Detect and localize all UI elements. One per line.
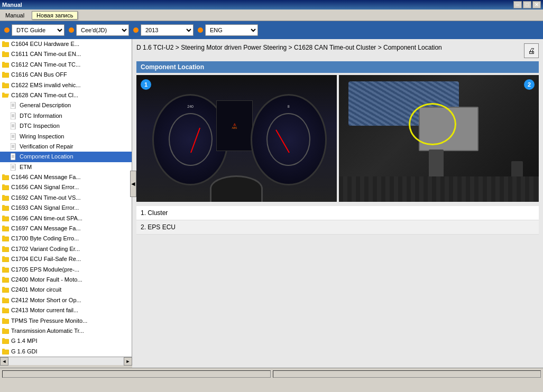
svg-rect-52 [2,195,5,197]
doc-icon [11,164,18,171]
svg-rect-11 [2,72,5,73]
sidebar-item-label: C1646 CAN Message Fa... [11,173,80,181]
toolbar-dot-model [69,27,74,33]
sidebar-item-wiring-inspection[interactable]: Wiring Inspection [0,132,132,142]
eps-image: 2 [339,75,539,202]
sidebar-item-label: C2413 Motor current fail... [11,306,78,314]
sidebar-scroll-bottom: ◄ ► [0,357,132,365]
folder-icon [2,307,10,314]
svg-rect-12 [2,83,9,88]
engine-select[interactable]: ENG [205,24,258,36]
toolbar-dot-year [133,27,139,33]
year-select[interactable]: 2013 [141,24,194,36]
new-record-button[interactable]: Новая запись [32,11,78,20]
folder-icon [2,276,10,284]
sidebar-item-c1702[interactable]: C1702 Variant Coding Er... [0,244,132,254]
svg-rect-3 [2,52,9,57]
sidebar-item-c1612[interactable]: C1612 CAN Time-out TC... [0,60,132,70]
sidebar-item-etm[interactable]: ETM [0,162,132,172]
sidebar-item-c1705[interactable]: C1705 EPS Module(pre-... [0,265,132,275]
sidebar-item-c2413[interactable]: C2413 Motor current fail... [0,305,132,315]
sidebar-item-general-desc[interactable]: General Description [0,100,132,110]
status-panel-left [2,370,271,378]
sidebar-scroll-track[interactable] [8,357,124,365]
doc-icon [11,143,18,151]
svg-rect-61 [2,226,5,227]
sidebar-item-label: C1622 EMS invalid vehic... [11,81,80,89]
sidebar-item-c1700[interactable]: C1700 Byte Coding Erro... [0,234,132,244]
sidebar-item-c1697[interactable]: C1697 CAN Message Fa... [0,223,132,234]
doc-icon [11,123,18,130]
label-eps: 2. EPS ECU [136,220,539,235]
svg-rect-56 [2,217,9,221]
sidebar-item-c1616[interactable]: C1616 CAN Bus OFF [0,70,132,80]
sidebar-item-c1622[interactable]: C1622 EMS invalid vehic... [0,80,132,90]
sidebar-item-g14mpi[interactable]: G 1.4 MPI [0,336,132,346]
sidebar-item-c2412[interactable]: C2412 Motor Short or Op... [0,295,132,305]
sidebar-item-c1611[interactable]: C1611 CAN Time-out EN... [0,49,132,59]
svg-rect-20 [11,113,15,119]
scroll-right-arrow[interactable]: ► [124,357,132,366]
sidebar-item-component-location[interactable]: Component Location [0,152,132,162]
svg-rect-91 [2,328,5,330]
menu-manual[interactable]: Manual [2,11,27,20]
sidebar-item-g16gdi[interactable]: G 1.6 GDI [0,347,132,357]
sidebar-item-dtc-inspection[interactable]: DTC Inspection [0,121,132,131]
sidebar-item-label: C1705 EPS Module(pre-... [11,266,79,274]
sidebar-item-c2401[interactable]: C2401 Motor circuit [0,285,132,295]
svg-rect-97 [2,349,5,350]
svg-rect-67 [2,246,5,248]
model-select[interactable]: Cee'd(JD) [76,24,129,36]
sidebar-item-label: C2400 Motor Fault - Moto... [11,276,82,284]
sidebar-item-c1628[interactable]: C1628 CAN Time-out Cl... [0,90,132,100]
toolbar-dot-engine [198,27,203,33]
sidebar-item-tpms[interactable]: TPMS Tire Pressure Monito... [0,316,132,326]
sidebar-item-label: C2412 Motor Short or Op... [11,296,81,304]
sidebar-item-c1656[interactable]: C1656 CAN Signal Error... [0,182,132,192]
svg-rect-14 [2,82,5,84]
sidebar-item-c1693[interactable]: C1693 CAN Signal Error... [0,203,132,213]
svg-rect-65 [2,247,9,252]
sidebar-item-c1604[interactable]: C1604 ECU Hardware E... [0,39,132,49]
content-header: D 1.6 TCI-U2 > Steering Motor driven Pow… [136,43,539,58]
folder-icon [2,82,10,89]
minimize-button[interactable]: ─ [513,1,522,8]
sidebar-item-transmission[interactable]: Transmission Automatic Tr... [0,326,132,336]
folder-icon [2,328,10,335]
scroll-left-arrow[interactable]: ◄ [0,357,8,366]
sidebar-expand-arrow[interactable]: ◄ [130,171,136,197]
sidebar-item-label: C1702 Variant Coding Er... [11,245,80,253]
sidebar-item-verification-repair[interactable]: Verification of Repair [0,142,132,152]
sidebar-item-label: TPMS Tire Pressure Monito... [11,317,87,325]
toolbar-item-year: 2013 [133,24,194,36]
status-bar [0,368,543,379]
sidebar-item-dtc-info[interactable]: DTC Information [0,111,132,121]
badge-2: 2 [524,79,535,90]
folder-icon [2,215,10,222]
print-button[interactable]: 🖨 [524,43,539,58]
folder-icon [2,348,10,356]
svg-rect-77 [2,288,9,293]
dtc-guide-select[interactable]: DTC Guide [12,24,65,36]
folder-icon [2,338,10,345]
sidebar-item-c1646[interactable]: C1646 CAN Message Fa... [0,172,132,182]
sidebar-item-label: Wiring Inspection [20,133,64,141]
sidebar-item-label: ETM [20,163,32,171]
svg-rect-82 [2,297,5,299]
folder-icon [2,71,10,79]
sidebar-item-c2400[interactable]: C2400 Motor Fault - Moto... [0,275,132,285]
svg-rect-9 [2,73,9,78]
svg-rect-16 [11,102,15,109]
sidebar-item-c1704[interactable]: C1704 ECU Fail-Safe Re... [0,254,132,264]
close-button[interactable]: ✕ [532,1,541,8]
sidebar-item-label: C1697 CAN Message Fa... [11,225,80,232]
content-pane: D 1.6 TCI-U2 > Steering Motor driven Pow… [132,39,543,368]
folder-icon [2,256,10,263]
svg-rect-0 [2,42,9,47]
folder-icon [2,225,10,232]
svg-rect-6 [2,63,9,68]
maximize-button[interactable]: □ [523,1,531,8]
sidebar-item-c1692[interactable]: C1692 CAN Time-out VS... [0,193,132,203]
window-controls: ─ □ ✕ [513,1,541,8]
sidebar-item-c1696[interactable]: C1696 CAN time-out SPA... [0,213,132,223]
